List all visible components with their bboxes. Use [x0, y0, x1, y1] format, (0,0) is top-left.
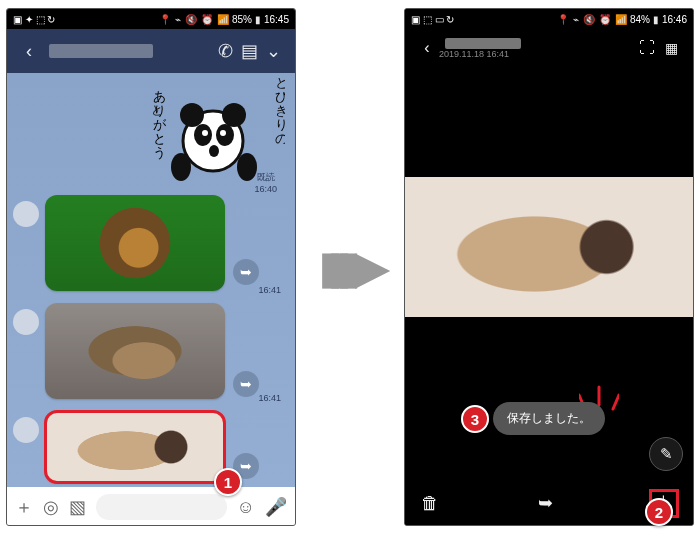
delete-icon[interactable]: 🗑 [421, 493, 439, 514]
back-icon[interactable]: ‹ [17, 41, 41, 62]
clock: 16:46 [662, 14, 687, 25]
save-toast: 保存しました。 [493, 402, 605, 435]
avatar[interactable] [13, 417, 39, 443]
image-message-1[interactable] [45, 195, 225, 291]
svg-text:り: り [153, 103, 166, 118]
svg-text:あ: あ [153, 89, 166, 104]
chat-header: ‹ ✆ ▤ ⌄ [7, 29, 295, 73]
read-indicator: 既読16:40 [254, 171, 277, 194]
status-left-icons: ▣ ✦ ⬚ ↻ [13, 14, 55, 25]
svg-text:き: き [275, 103, 285, 118]
mute-icon: 🔇 [583, 14, 595, 25]
svg-text:と: と [153, 131, 166, 146]
location-icon: 📍 [557, 14, 569, 25]
alarm-icon: ⏰ [599, 14, 611, 25]
transition-arrow-icon: ▮▮▮▶ [318, 240, 374, 294]
share-icon[interactable]: ➥ [233, 371, 259, 397]
share-icon[interactable]: ➥ [538, 492, 553, 514]
avatar[interactable] [13, 201, 39, 227]
status-right-cluster: 📍 ⌁ 🔇 ⏰ 📶 84% ▮ 16:46 [556, 14, 687, 25]
emoji-icon[interactable]: ☺ [237, 497, 255, 518]
svg-text:う: う [153, 145, 166, 160]
viewer-title-redacted [445, 38, 521, 49]
chevron-down-icon[interactable]: ⌄ [261, 40, 285, 62]
wifi-icon: 📶 [217, 14, 229, 25]
share-icon[interactable]: ➥ [233, 259, 259, 285]
svg-point-18 [209, 145, 219, 157]
svg-text:り: り [275, 117, 285, 132]
status-bar: ▣ ⬚ ▭ ↻ 📍 ⌁ 🔇 ⏰ 📶 84% ▮ 16:46 [405, 9, 693, 29]
chat-input-bar: ＋ ◎ ▧ ☺ 🎤 [7, 487, 295, 526]
svg-point-16 [202, 130, 208, 136]
svg-point-12 [180, 103, 204, 127]
image-message-3[interactable] [45, 411, 225, 483]
svg-line-23 [613, 395, 619, 409]
back-icon[interactable]: ‹ [415, 39, 439, 57]
avatar[interactable] [13, 309, 39, 335]
fullscreen-icon[interactable]: ⛶ [635, 39, 659, 57]
wifi-icon: 📶 [615, 14, 627, 25]
timestamp: 16:41 [258, 393, 281, 403]
mute-icon: 🔇 [185, 14, 197, 25]
edit-button[interactable]: ✎ [649, 437, 683, 471]
image-viewer-screen: ▣ ⬚ ▭ ↻ 📍 ⌁ 🔇 ⏰ 📶 84% ▮ 16:46 ‹ 2019.11.… [404, 8, 694, 526]
battery-icon: ▮ [255, 14, 261, 25]
svg-point-17 [220, 130, 226, 136]
notes-icon[interactable]: ▤ [237, 40, 261, 62]
grid-icon[interactable]: ▦ [659, 40, 683, 56]
svg-point-19 [171, 153, 191, 181]
chat-messages: と とびきりの ありがとう 既読16:40 ➥ 16:41 ➥ 16:41 ➥ [7, 73, 295, 487]
message-input[interactable] [96, 494, 227, 520]
call-icon[interactable]: ✆ [213, 40, 237, 62]
svg-text:び: び [275, 89, 285, 104]
gallery-icon[interactable]: ▧ [69, 496, 86, 518]
chat-title-redacted [49, 44, 153, 58]
svg-point-13 [222, 103, 246, 127]
svg-text:が: が [153, 117, 167, 132]
bluetooth-icon: ⌁ [573, 14, 579, 25]
status-left-icons: ▣ ⬚ ▭ ↻ [411, 14, 454, 25]
viewer-body[interactable]: 保存しました。 ✎ 🗑 ➥ ⭳ [405, 67, 693, 526]
callout-3: 3 [461, 405, 489, 433]
mic-icon[interactable]: 🎤 [265, 496, 287, 518]
callout-1: 1 [214, 468, 242, 496]
viewer-header: ‹ 2019.11.18 16:41 ⛶ ▦ [405, 29, 693, 67]
svg-text:と: と [275, 75, 285, 90]
chat-screen: ▣ ✦ ⬚ ↻ 📍 ⌁ 🔇 ⏰ 📶 85% ▮ 16:45 ‹ ✆ ▤ ⌄ と … [6, 8, 296, 526]
timestamp: 16:41 [258, 285, 281, 295]
bluetooth-icon: ⌁ [175, 14, 181, 25]
status-right-cluster: 📍 ⌁ 🔇 ⏰ 📶 85% ▮ 16:45 [158, 14, 289, 25]
clock: 16:45 [264, 14, 289, 25]
alarm-icon: ⏰ [201, 14, 213, 25]
camera-icon[interactable]: ◎ [43, 496, 59, 518]
battery-text: 85% [232, 14, 252, 25]
plus-icon[interactable]: ＋ [15, 495, 33, 519]
viewer-image[interactable] [405, 177, 693, 317]
image-message-2[interactable] [45, 303, 225, 399]
battery-text: 84% [630, 14, 650, 25]
battery-icon: ▮ [653, 14, 659, 25]
callout-2: 2 [645, 498, 673, 526]
viewer-timestamp: 2019.11.18 16:41 [439, 49, 635, 59]
location-icon: 📍 [159, 14, 171, 25]
svg-text:の: の [275, 131, 285, 146]
status-bar: ▣ ✦ ⬚ ↻ 📍 ⌁ 🔇 ⏰ 📶 85% ▮ 16:45 [7, 9, 295, 29]
